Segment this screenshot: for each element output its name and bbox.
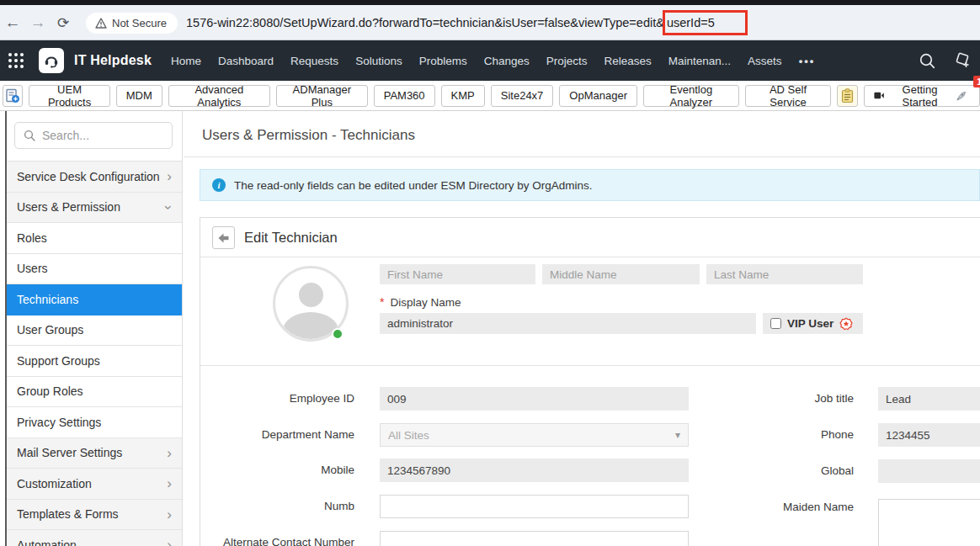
getting-started-button[interactable]: Getting Started bbox=[864, 85, 980, 107]
sidebar-item-label: Technicians bbox=[17, 293, 78, 306]
tab-pam360[interactable]: PAM360 bbox=[374, 85, 435, 107]
tab-advanced-analytics[interactable]: Advanced Analytics bbox=[168, 85, 270, 107]
tab-mdm[interactable]: MDM bbox=[116, 85, 162, 107]
sidebar-item-users-permission[interactable]: Users & Permission› bbox=[7, 193, 182, 224]
nav-item-home[interactable]: Home bbox=[171, 55, 201, 67]
maiden-name-input[interactable] bbox=[878, 499, 980, 546]
display-name-label: *Display Name bbox=[380, 295, 461, 309]
select-caret-icon: ▾ bbox=[675, 429, 680, 441]
department-select[interactable]: All Sites ▾ bbox=[380, 423, 689, 447]
nav-item-releases[interactable]: Releases bbox=[605, 55, 652, 67]
browser-forward-icon[interactable]: → bbox=[25, 13, 51, 32]
sidebar-item-label: Automation bbox=[17, 538, 77, 546]
browser-toolbar: ← → ⟳ Not Secure 1576-win22:8080/SetUpWi… bbox=[0, 0, 980, 40]
nav-item-dashboard[interactable]: Dashboard bbox=[218, 55, 274, 67]
sidebar-item-service-desk-configuration[interactable]: Service Desk Configuration› bbox=[7, 162, 182, 193]
add-report-icon[interactable] bbox=[3, 85, 23, 107]
info-banner: i The read-only fields can be edited und… bbox=[200, 169, 980, 201]
nav-item-assets[interactable]: Assets bbox=[748, 55, 782, 67]
sidebar-item-customization[interactable]: Customization› bbox=[7, 469, 182, 500]
browser-reload-icon[interactable]: ⟳ bbox=[51, 14, 76, 32]
sidebar-item-privacy-settings[interactable]: Privacy Settings bbox=[7, 407, 182, 438]
sidebar-item-label: Customization bbox=[17, 477, 92, 490]
sidebar-item-support-groups[interactable]: Support Groups bbox=[7, 346, 182, 377]
middle-name-input[interactable] bbox=[542, 264, 700, 284]
sidebar-item-label: Users bbox=[17, 262, 48, 275]
not-secure-label: Not Secure bbox=[112, 17, 167, 29]
tab-kmp[interactable]: KMP bbox=[441, 85, 485, 107]
last-name-input[interactable] bbox=[706, 264, 863, 284]
sidebar-item-label: Group Roles bbox=[17, 384, 83, 398]
more-menu-icon[interactable]: ••• bbox=[799, 55, 816, 67]
numb-input[interactable] bbox=[380, 495, 689, 518]
tab-eventlog-analyzer[interactable]: Eventlog Analyzer bbox=[643, 85, 739, 107]
mobile-input[interactable] bbox=[380, 459, 689, 482]
global-label: Global bbox=[716, 459, 854, 483]
nav-item-changes[interactable]: Changes bbox=[484, 55, 530, 67]
not-secure-chip[interactable]: Not Secure bbox=[86, 13, 178, 34]
vip-badge-icon bbox=[839, 317, 853, 331]
tab-admanager-plus[interactable]: ADManager Plus bbox=[276, 85, 368, 107]
vip-user-checkbox[interactable] bbox=[770, 318, 781, 329]
sidebar-item-label: Mail Server Settings bbox=[17, 446, 122, 459]
nav-item-requests[interactable]: Requests bbox=[290, 55, 338, 67]
sidebar-item-label: Service Desk Configuration bbox=[17, 170, 160, 183]
browser-back-icon[interactable]: ← bbox=[0, 13, 25, 32]
notes-clipboard-icon[interactable] bbox=[837, 85, 857, 107]
sidebar-item-label: Support Groups bbox=[17, 354, 100, 368]
display-name-input[interactable] bbox=[380, 313, 756, 334]
back-button[interactable] bbox=[212, 226, 235, 249]
back-arrow-icon bbox=[218, 233, 229, 243]
first-name-input[interactable] bbox=[380, 264, 535, 284]
brand-name[interactable]: IT Helpdesk bbox=[74, 53, 152, 68]
warning-triangle-icon bbox=[95, 18, 107, 29]
title-divider bbox=[184, 156, 980, 157]
nav-item-solutions[interactable]: Solutions bbox=[355, 55, 402, 67]
chevron-right-icon: › bbox=[167, 507, 172, 522]
notification-badge[interactable]: 1 bbox=[973, 76, 980, 87]
sidebar-item-roles[interactable]: Roles bbox=[7, 223, 182, 254]
numb-label: Numb bbox=[200, 495, 354, 518]
phone-input[interactable] bbox=[878, 423, 980, 447]
search-placeholder: Search... bbox=[42, 129, 89, 142]
address-bar[interactable]: 1576-win22:8080/SetUpWizard.do?forwardTo… bbox=[186, 10, 748, 35]
tab-ad-self-service[interactable]: AD Self Service bbox=[745, 85, 832, 107]
alternate-contact-number-input[interactable] bbox=[380, 531, 689, 546]
sidebar-item-templates-forms[interactable]: Templates & Forms› bbox=[7, 500, 182, 531]
sidebar-search-input[interactable]: Search... bbox=[14, 122, 173, 149]
url-base: 1576-win22:8080/SetUpWizard.do?forwardTo… bbox=[186, 16, 664, 29]
helpdesk-logo-icon[interactable] bbox=[39, 48, 64, 73]
sidebar-item-technicians[interactable]: Technicians bbox=[7, 284, 182, 315]
page-title: Users & Permission - Technicians bbox=[202, 127, 415, 144]
sidebar-item-mail-server-settings[interactable]: Mail Server Settings› bbox=[7, 438, 182, 469]
sidebar-item-users[interactable]: Users bbox=[7, 254, 182, 285]
quick-add-icon[interactable] bbox=[953, 51, 972, 70]
search-icon[interactable] bbox=[919, 52, 936, 70]
settings-sidebar: Search... Service Desk Configuration› Us… bbox=[5, 111, 183, 546]
tab-opmanager[interactable]: OpManager bbox=[559, 85, 637, 107]
global-input[interactable] bbox=[878, 459, 980, 483]
employee-id-input[interactable] bbox=[380, 387, 689, 411]
search-icon bbox=[24, 130, 35, 141]
nav-item-projects[interactable]: Projects bbox=[546, 55, 588, 67]
nav-item-maintenance[interactable]: Maintenan... bbox=[668, 55, 731, 67]
sidebar-item-label: Templates & Forms bbox=[17, 507, 119, 521]
rocket-icon bbox=[956, 88, 967, 103]
edit-technician-card: Edit Technician *Display Name VIP User E… bbox=[200, 217, 980, 546]
video-camera-icon bbox=[874, 91, 884, 100]
job-title-input[interactable] bbox=[878, 387, 980, 411]
tab-uem-products[interactable]: UEM Products bbox=[29, 85, 109, 107]
nav-item-problems[interactable]: Problems bbox=[419, 55, 467, 67]
chevron-right-icon: › bbox=[167, 169, 172, 183]
sidebar-item-user-groups[interactable]: User Groups bbox=[7, 315, 182, 347]
card-header: Edit Technician bbox=[200, 218, 980, 257]
mobile-label: Mobile bbox=[200, 459, 354, 482]
required-asterisk: * bbox=[380, 295, 384, 309]
app-grid-icon[interactable] bbox=[8, 52, 24, 69]
getting-started-label: Getting Started bbox=[890, 83, 950, 109]
product-tab-bar: UEM Products MDM Advanced Analytics ADMa… bbox=[0, 81, 980, 111]
tab-site24x7[interactable]: Site24x7 bbox=[491, 85, 554, 107]
sidebar-item-group-roles[interactable]: Group Roles bbox=[7, 377, 182, 408]
sidebar-item-label: Users & Permission bbox=[17, 200, 120, 214]
sidebar-item-automation[interactable]: Automation› bbox=[7, 530, 182, 546]
